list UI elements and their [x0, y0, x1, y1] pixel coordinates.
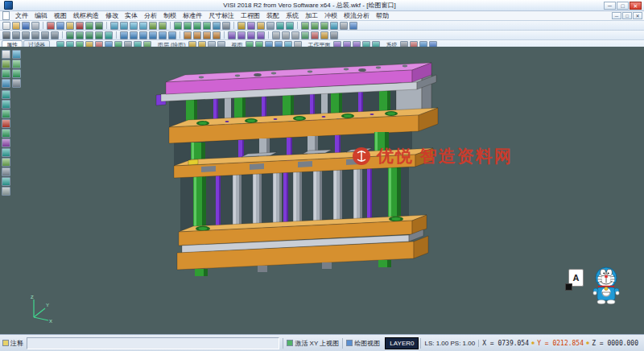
point-icon[interactable]: [2, 31, 10, 39]
arc-icon[interactable]: [22, 31, 30, 39]
measure-icon[interactable]: [276, 22, 284, 30]
mirror-icon[interactable]: [149, 31, 157, 39]
menu-item-8[interactable]: 制模: [160, 11, 180, 20]
doc-minimize-button[interactable]: ─: [612, 12, 621, 19]
snap-settings-icon[interactable]: [257, 22, 265, 30]
cut-icon[interactable]: [47, 22, 55, 30]
shaded-mode-icon[interactable]: [213, 22, 221, 30]
clip-plane-icon[interactable]: [2, 138, 10, 147]
dimension-icon[interactable]: [286, 22, 294, 30]
menu-item-11[interactable]: 工程图: [237, 11, 263, 20]
pan-icon[interactable]: [149, 22, 157, 30]
refresh-icon[interactable]: [330, 22, 338, 30]
boolean-union-icon[interactable]: [228, 31, 236, 39]
workplane-icon[interactable]: [247, 22, 255, 30]
rectangle-icon[interactable]: [41, 31, 49, 39]
view-top-icon[interactable]: [12, 69, 21, 78]
zoom-out-icon[interactable]: [120, 22, 128, 30]
layer-indicator[interactable]: LAYER0: [385, 337, 419, 349]
layer-quick-icon[interactable]: [2, 148, 10, 157]
move-icon[interactable]: [120, 31, 128, 39]
viewport-3d[interactable]: 优悦 智造资料网 Z X Y A: [0, 47, 644, 335]
measure-quick-icon[interactable]: [2, 177, 10, 186]
offset-icon[interactable]: [105, 31, 113, 39]
loft-icon[interactable]: [213, 31, 221, 39]
view-indicator[interactable]: 绘图视图: [342, 338, 383, 349]
chamfer-icon[interactable]: [95, 31, 103, 39]
scale-icon[interactable]: [159, 31, 167, 39]
note-icon[interactable]: [2, 340, 9, 346]
view-front-icon[interactable]: [184, 22, 192, 30]
trim-icon[interactable]: [66, 31, 74, 39]
redo-icon[interactable]: [95, 22, 103, 30]
material-icon[interactable]: [311, 31, 319, 39]
view-isometric-icon[interactable]: [2, 69, 10, 78]
new-file-icon[interactable]: [2, 22, 10, 30]
menu-item-9[interactable]: 标准件: [180, 11, 205, 20]
zoom-fit-icon[interactable]: [139, 22, 147, 30]
view-refresh-icon[interactable]: [2, 109, 10, 118]
menu-item-13[interactable]: 系统: [283, 11, 302, 20]
wireframe-display-icon[interactable]: [12, 79, 21, 88]
delete-icon[interactable]: [76, 22, 84, 30]
menu-item-2[interactable]: 编辑: [31, 11, 51, 20]
pan-view-icon[interactable]: [2, 60, 10, 68]
rotate-icon[interactable]: [139, 31, 147, 39]
maximize-button[interactable]: □: [617, 2, 629, 10]
rotate-view-icon[interactable]: [12, 60, 21, 68]
sweep-icon[interactable]: [203, 31, 211, 39]
menu-item-14[interactable]: 加工: [302, 11, 321, 20]
thread-icon[interactable]: [282, 31, 290, 39]
copy-icon[interactable]: [56, 22, 64, 30]
menu-item-4[interactable]: 线框构造: [70, 11, 102, 20]
minimize-button[interactable]: ─: [604, 2, 616, 10]
fillet-icon[interactable]: [85, 31, 93, 39]
mask-wireframe-icon[interactable]: [320, 22, 328, 30]
boolean-subtract-icon[interactable]: [237, 31, 246, 39]
array-icon[interactable]: [168, 31, 176, 39]
open-file-icon[interactable]: [12, 22, 20, 30]
shell-icon[interactable]: [257, 31, 265, 39]
view-side-icon[interactable]: [193, 22, 201, 30]
display-settings-icon[interactable]: [2, 187, 10, 196]
menu-item-16[interactable]: 模流分析: [341, 11, 373, 20]
render-icon[interactable]: [320, 31, 328, 39]
hole-wizard-icon[interactable]: [272, 31, 280, 39]
menu-item-17[interactable]: 帮助: [373, 11, 392, 20]
menu-item-5[interactable]: 修改: [102, 11, 122, 20]
view-top-icon[interactable]: [174, 22, 182, 30]
layer-manager-icon[interactable]: [237, 22, 246, 30]
mask-solids-icon[interactable]: [301, 22, 309, 30]
menu-item-3[interactable]: 视图: [51, 11, 70, 20]
line-icon[interactable]: [12, 31, 20, 39]
erase-marks-icon[interactable]: [2, 119, 10, 128]
pattern-icon[interactable]: [291, 31, 299, 39]
section-view-icon[interactable]: [2, 129, 10, 138]
zoom-window-icon[interactable]: [130, 22, 138, 30]
menu-item-1[interactable]: 文件: [12, 11, 31, 20]
rotate-view-icon[interactable]: [159, 22, 167, 30]
doc-close-button[interactable]: ✕: [633, 12, 642, 19]
wireframe-mode-icon[interactable]: [222, 22, 230, 30]
mask-surfaces-icon[interactable]: [311, 22, 319, 30]
snap-toggle-icon[interactable]: [2, 158, 10, 167]
boolean-intersect-icon[interactable]: [247, 31, 255, 39]
zoom-in-icon[interactable]: [110, 22, 118, 30]
feature-tree-icon[interactable]: [301, 31, 309, 39]
revolve-icon[interactable]: [193, 31, 201, 39]
zoom-dynamic-icon[interactable]: [12, 50, 21, 59]
grid-icon[interactable]: [266, 22, 275, 30]
save-file-icon[interactable]: [22, 22, 30, 30]
extend-icon[interactable]: [76, 31, 84, 39]
menu-item-15[interactable]: 冲模: [321, 11, 341, 20]
menu-item-6[interactable]: 实体: [122, 11, 141, 20]
undo-icon[interactable]: [85, 22, 93, 30]
circle-icon[interactable]: [31, 31, 39, 39]
menu-item-12[interactable]: 装配: [263, 11, 283, 20]
zoom-previous-icon[interactable]: [2, 100, 10, 109]
workplane-indicator[interactable]: 激活 XY 上视图: [283, 338, 342, 349]
command-area[interactable]: [27, 337, 279, 349]
extrude-icon[interactable]: [184, 31, 192, 39]
paste-icon[interactable]: [66, 22, 74, 30]
print-icon[interactable]: [31, 22, 39, 30]
